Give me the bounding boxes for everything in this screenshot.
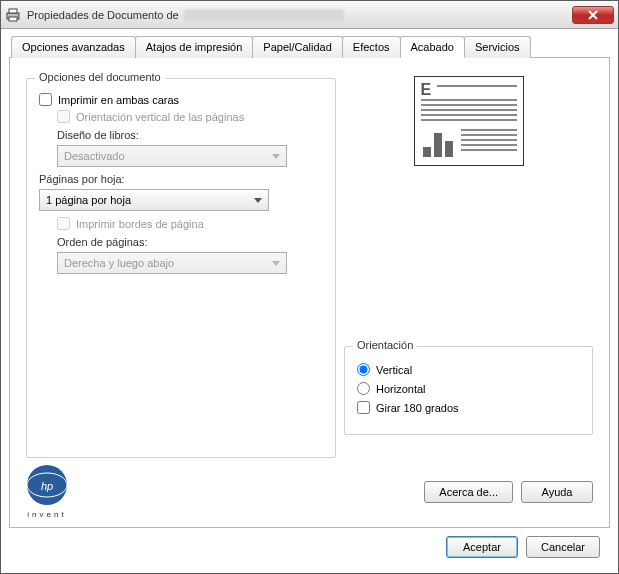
ok-button[interactable]: Aceptar [446, 536, 518, 558]
tab-panel-finishing: Opciones del documento Imprimir en ambas… [9, 58, 610, 528]
print-both-sides-input[interactable] [39, 93, 52, 106]
pages-per-sheet-label: Páginas por hoja: [39, 173, 323, 185]
titlebar[interactable]: Propiedades de Documento de [1, 1, 618, 29]
page-order-value: Derecha y luego abajo [64, 257, 174, 269]
rotate-180-input[interactable] [357, 401, 370, 414]
chevron-down-icon [254, 198, 262, 203]
flip-pages-up-checkbox: Orientación vertical de las páginas [57, 110, 323, 123]
tab-shortcuts[interactable]: Atajos de impresión [135, 36, 254, 58]
pages-per-sheet-value: 1 página por hoja [46, 194, 131, 206]
hp-logo: hp invent [26, 464, 68, 519]
printer-icon [5, 7, 21, 23]
print-page-borders-input [57, 217, 70, 230]
booklet-layout-combo: Desactivado [57, 145, 287, 167]
print-properties-window: Propiedades de Documento de Opciones ava… [0, 0, 619, 574]
flip-pages-up-input [57, 110, 70, 123]
orientation-landscape-input[interactable] [357, 382, 370, 395]
rotate-180-checkbox[interactable]: Girar 180 grados [357, 401, 580, 414]
chevron-down-icon [272, 154, 280, 159]
document-options-legend: Opciones del documento [35, 71, 165, 83]
orientation-portrait-input[interactable] [357, 363, 370, 376]
close-icon [588, 10, 598, 20]
about-button[interactable]: Acerca de... [424, 481, 513, 503]
page-order-combo: Derecha y luego abajo [57, 252, 287, 274]
dialog-footer: Aceptar Cancelar [9, 528, 610, 568]
cancel-button[interactable]: Cancelar [526, 536, 600, 558]
booklet-layout-value: Desactivado [64, 150, 125, 162]
tab-paper-quality[interactable]: Papel/Calidad [252, 36, 343, 58]
preview-letter-icon: E [421, 81, 432, 99]
tab-strip: Opciones avanzadas Atajos de impresión P… [9, 35, 610, 58]
print-page-borders-label: Imprimir bordes de página [76, 218, 204, 230]
flip-pages-up-label: Orientación vertical de las páginas [76, 111, 244, 123]
orientation-portrait-radio[interactable]: Vertical [357, 363, 580, 376]
print-page-borders-checkbox: Imprimir bordes de página [57, 217, 323, 230]
booklet-layout-label: Diseño de libros: [57, 129, 323, 141]
hp-logo-text: invent [26, 510, 68, 519]
svg-text:hp: hp [41, 480, 53, 492]
page-order-label: Orden de páginas: [57, 236, 323, 248]
printer-name-redacted [184, 9, 344, 21]
svg-rect-1 [9, 9, 17, 13]
orientation-portrait-label: Vertical [376, 364, 412, 376]
print-both-sides-label: Imprimir en ambas caras [58, 94, 179, 106]
page-preview: E [414, 76, 524, 166]
tab-effects[interactable]: Efectos [342, 36, 401, 58]
client-area: Opciones avanzadas Atajos de impresión P… [1, 29, 618, 574]
close-button[interactable] [572, 6, 614, 24]
print-both-sides-checkbox[interactable]: Imprimir en ambas caras [39, 93, 323, 106]
tab-services[interactable]: Servicios [464, 36, 531, 58]
rotate-180-label: Girar 180 grados [376, 402, 459, 414]
orientation-landscape-label: Horizontal [376, 383, 426, 395]
orientation-legend: Orientación [353, 339, 417, 351]
svg-rect-2 [9, 17, 17, 21]
hp-logo-icon: hp [26, 464, 68, 506]
pages-per-sheet-combo[interactable]: 1 página por hoja [39, 189, 269, 211]
document-options-group: Opciones del documento Imprimir en ambas… [26, 78, 336, 458]
chevron-down-icon [272, 261, 280, 266]
tab-advanced[interactable]: Opciones avanzadas [11, 36, 136, 58]
preview-chart-icon [423, 133, 453, 157]
tab-finishing[interactable]: Acabado [400, 36, 465, 58]
orientation-landscape-radio[interactable]: Horizontal [357, 382, 580, 395]
orientation-group: Orientación Vertical Horizontal Girar 18… [344, 346, 593, 435]
help-button[interactable]: Ayuda [521, 481, 593, 503]
panel-footer: hp invent Acerca de... Ayuda [26, 464, 593, 519]
window-title: Propiedades de Documento de [27, 1, 572, 29]
